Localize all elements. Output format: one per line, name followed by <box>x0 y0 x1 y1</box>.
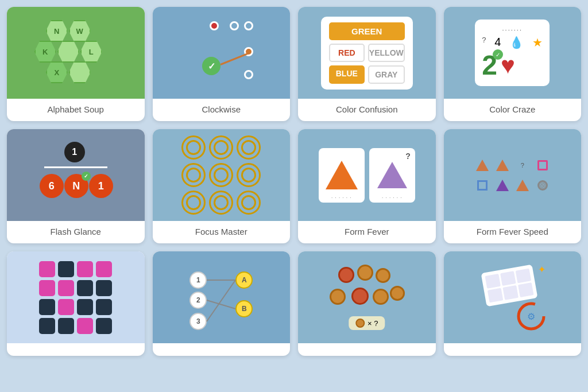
ff-card-2: · · · · · · ? <box>369 148 415 203</box>
card-label-focus-master: Focus Master <box>153 221 291 243</box>
card-image-alphabet-soup: N W K L X <box>7 7 145 99</box>
card-pink-grid[interactable] <box>7 251 145 356</box>
ffs-cell-1 <box>473 156 492 174</box>
craze-main: 2 ✓ ♥ <box>482 52 543 79</box>
fg-line <box>44 166 107 168</box>
cc-red: RED <box>329 44 365 62</box>
card-coins[interactable]: × ? <box>298 251 436 356</box>
card-label-clockwise: Clockwise <box>153 99 291 121</box>
card-image-lines: 1 2 3 A B <box>153 251 291 343</box>
card-label-flash-glance: Flash Glance <box>7 221 145 243</box>
fm-cell-5 <box>209 163 233 187</box>
card-label-form-fever-speed: Form Fever Speed <box>444 221 582 243</box>
ffs-grid: ? <box>470 153 555 198</box>
fm-cell-2 <box>209 135 233 160</box>
card-flash-glance[interactable]: 1 6 N ✓ 1 Flash Glance <box>7 129 145 243</box>
cc-grid: RED YELLOW BLUE GRAY <box>329 44 405 84</box>
pg-pink-4 <box>39 280 55 296</box>
card-label-coins <box>298 343 436 356</box>
coin-7 <box>390 286 405 301</box>
card-color-confusion[interactable]: GREEN RED YELLOW BLUE GRAY Color Confusi… <box>298 7 436 121</box>
pg-pink-1 <box>39 261 55 277</box>
cw-dot-empty1 <box>230 21 239 30</box>
puzzle-star: ✦ <box>538 264 546 275</box>
coin-label: × ? <box>349 316 385 330</box>
ff-question: ? <box>405 152 411 161</box>
coin-small <box>355 319 365 328</box>
cc-yellow: YELLOW <box>368 44 405 62</box>
fm-cell-9 <box>237 191 261 215</box>
card-label-alphabet-soup: Alphabet Soup <box>7 99 145 121</box>
card-image-color-confusion: GREEN RED YELLOW BLUE GRAY <box>298 7 436 99</box>
ln-node-a: A <box>235 271 253 289</box>
ln-node-3: 3 <box>189 313 207 330</box>
card-label-pink-grid <box>7 343 145 356</box>
pg-pink-5 <box>58 280 74 296</box>
coin-1 <box>338 267 354 283</box>
coin-multiply: × ? <box>368 319 378 328</box>
coin-6 <box>373 289 389 305</box>
pg-dark-3 <box>96 280 112 296</box>
coin-2 <box>357 265 373 281</box>
ffs-cell-2 <box>493 156 512 174</box>
fm-cell-7 <box>181 191 206 215</box>
card-form-fever[interactable]: · · · · · · · · · · · · ? Form Fever <box>298 129 436 243</box>
hex-center <box>57 41 79 63</box>
card-puzzle[interactable]: ⚙ ✦ <box>444 251 582 356</box>
card-image-form-fever-speed: ? <box>444 129 582 221</box>
card-image-form-fever: · · · · · · · · · · · · ? <box>298 129 436 221</box>
svg-line-1 <box>207 300 235 309</box>
cc-gray: GRAY <box>368 65 405 84</box>
svg-text:⚙: ⚙ <box>527 312 535 321</box>
pg-dark-1 <box>58 261 74 277</box>
coins-area: × ? <box>324 260 410 335</box>
ffs-cell-4 <box>533 156 552 174</box>
ff-triangle-purple <box>377 162 407 188</box>
puzzle-cells <box>485 269 534 303</box>
cw-line <box>220 52 251 65</box>
ff-card-1: · · · · · · <box>319 148 365 203</box>
ffs-cell-5 <box>473 176 492 195</box>
card-label-color-craze: Color Craze <box>444 99 582 121</box>
hex-k: K <box>34 41 56 63</box>
pg-dark-4 <box>39 299 55 315</box>
coin-3 <box>376 268 390 283</box>
coin-5 <box>351 288 369 305</box>
card-image-pink-grid <box>7 251 145 343</box>
fg-circle-1b: 1 <box>89 174 113 198</box>
card-lines[interactable]: 1 2 3 A B <box>153 251 291 356</box>
cw-check: ✓ <box>202 57 220 75</box>
fg-circle-6: 6 <box>40 174 64 198</box>
card-label-lines <box>153 343 291 356</box>
card-image-focus-master <box>153 129 291 221</box>
fm-cell-8 <box>209 191 233 215</box>
ffs-cell-7 <box>513 176 532 195</box>
pc-6 <box>518 282 533 297</box>
pc-3 <box>516 269 531 284</box>
card-image-flash-glance: 1 6 N ✓ 1 <box>7 129 145 221</box>
pc-1 <box>485 274 501 289</box>
pg-pink-7 <box>77 318 93 334</box>
card-image-color-craze: ······· ? 4 💧 ★ 2 ✓ ♥ <box>444 7 582 99</box>
pg-dark-8 <box>58 318 74 334</box>
card-label-puzzle <box>444 343 582 356</box>
hex-w: W <box>69 20 91 42</box>
card-form-fever-speed[interactable]: ? Form Fever Speed <box>444 129 582 243</box>
hex-n: N <box>46 20 68 42</box>
craze-heart: ♥ <box>501 53 515 77</box>
card-alphabet-soup[interactable]: N W K L X Alphabet Soup <box>7 7 145 121</box>
fg-circle-n: N ✓ <box>64 174 88 198</box>
fg-circle-1: 1 <box>64 142 85 162</box>
pg-dark-6 <box>96 299 112 315</box>
card-clockwise[interactable]: ✓ Clockwise <box>153 7 291 121</box>
ff-dots-1: · · · · · · <box>331 195 351 200</box>
fm-cell-1 <box>181 135 206 160</box>
card-focus-master[interactable]: Focus Master <box>153 129 291 243</box>
hex-empty <box>69 61 91 83</box>
card-color-craze[interactable]: ······· ? 4 💧 ★ 2 ✓ ♥ Color Craze <box>444 7 582 121</box>
puzzle-area: ⚙ ✦ <box>478 263 547 332</box>
puzzle-refresh: ⚙ <box>516 301 547 332</box>
ln-node-2: 2 <box>189 292 207 309</box>
game-grid: N W K L X Alphabet Soup ✓ <box>7 7 581 356</box>
pc-5 <box>503 285 519 300</box>
